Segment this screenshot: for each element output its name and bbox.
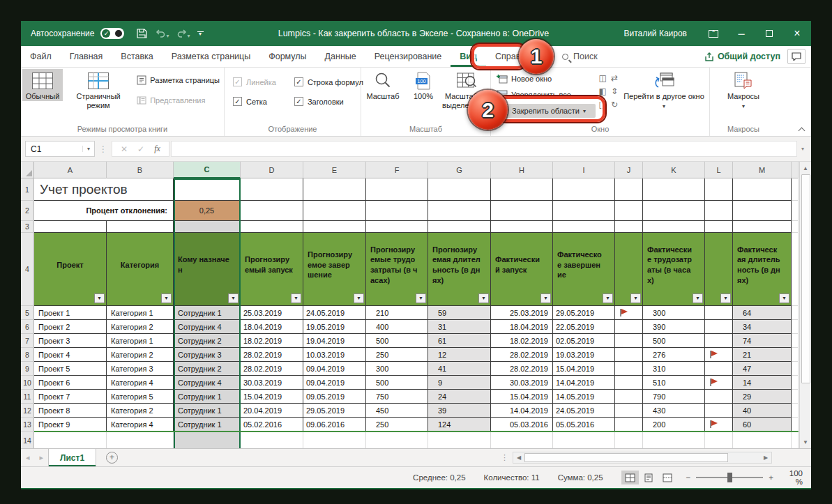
cell-J5[interactable] — [615, 306, 643, 320]
next-sheet-icon[interactable]: ▸ — [35, 453, 49, 462]
cell-A5[interactable]: Проект 1 — [34, 306, 107, 320]
ribbon-display-options-button[interactable]: ⌃ — [699, 21, 727, 46]
page-layout-toggle[interactable] — [640, 471, 658, 484]
column-header-H[interactable]: H — [491, 162, 553, 178]
reset-window-position-button[interactable]: ↻ — [611, 100, 618, 109]
cell-C12[interactable]: Сотрудник 1 — [174, 404, 241, 418]
cell-L1[interactable] — [705, 178, 733, 201]
cell-G12[interactable]: 39 — [428, 404, 491, 418]
view-side-by-side-button[interactable]: ⇄ — [611, 74, 618, 82]
cell-M12[interactable]: 40 — [733, 404, 792, 418]
page-layout-view-button[interactable]: Разметка страницы — [134, 73, 222, 87]
cell-F7[interactable]: 500 — [366, 334, 428, 348]
deviation-label-cell[interactable]: Процент отклонения: — [34, 201, 174, 221]
column-header-C[interactable]: C — [174, 162, 241, 178]
cell-G7[interactable]: 61 — [428, 334, 491, 348]
filter-dropdown-icon[interactable]: ▼ — [779, 293, 789, 303]
sheet-title-cell[interactable]: Учет проектов — [34, 178, 174, 201]
cell-A11[interactable]: Проект 7 — [34, 390, 107, 404]
share-button[interactable]: Общий доступ — [704, 52, 780, 61]
cell-J14[interactable] — [615, 432, 643, 448]
row-number-5[interactable]: 5 — [21, 306, 34, 320]
cell-K3[interactable] — [643, 221, 705, 233]
cell-D7[interactable]: 18.02.2019 — [241, 334, 303, 348]
cell-I9[interactable]: 15.04.2019 — [553, 362, 615, 376]
row-number-4[interactable]: 4 — [21, 233, 34, 306]
cell-F11[interactable]: 750 — [366, 390, 428, 404]
cell-I13[interactable]: 05.05.2016 — [553, 418, 615, 432]
page-break-view-button[interactable]: Страничный режим — [63, 69, 134, 109]
cell-F5[interactable]: 210 — [366, 306, 428, 320]
cell-G11[interactable]: 24 — [428, 390, 491, 404]
cell-K2[interactable] — [643, 201, 705, 221]
cell-K14[interactable] — [643, 432, 705, 448]
column-header-J[interactable]: J — [615, 162, 643, 178]
cell-L6[interactable] — [705, 320, 733, 334]
cell-G8[interactable]: 12 — [428, 348, 491, 362]
ribbon-tab-Данные[interactable]: Данные — [316, 46, 365, 67]
ribbon-tab-Вставка[interactable]: Вставка — [112, 46, 162, 67]
vertical-scrollbar[interactable]: ▲ ▼ — [799, 162, 811, 448]
prev-sheet-icon[interactable]: ◂ — [21, 453, 35, 462]
cell-B6[interactable]: Категория 2 — [107, 320, 174, 334]
cell-F6[interactable]: 400 — [366, 320, 428, 334]
cell-K7[interactable]: 500 — [643, 334, 705, 348]
table-header-C[interactable]: Кому назначен▼ — [174, 233, 241, 306]
cell-J3[interactable] — [615, 221, 643, 233]
scroll-right-icon[interactable]: ▶ — [760, 455, 771, 461]
cell-H5[interactable]: 25.03.2019 — [491, 306, 553, 320]
filter-dropdown-icon[interactable]: ▼ — [478, 293, 489, 303]
column-header-I[interactable]: I — [553, 162, 615, 178]
cell-K9[interactable]: 310 — [643, 362, 705, 376]
cell-E12[interactable]: 29.05.2019 — [303, 404, 366, 418]
enter-icon[interactable]: ✓ — [137, 144, 144, 154]
sheet-tab[interactable]: Лист1 — [48, 449, 96, 466]
cell-I3[interactable] — [553, 221, 615, 233]
filter-dropdown-icon[interactable]: ▼ — [720, 293, 731, 303]
cell-J2[interactable] — [615, 201, 643, 221]
custom-views-button[interactable]: Представления — [134, 93, 222, 107]
cell-E9[interactable]: 09.04.2019 — [303, 362, 366, 376]
cell-E11[interactable]: 09.05.2019 — [303, 390, 366, 404]
zoom-out-icon[interactable]: − — [686, 473, 691, 482]
close-button[interactable]: × — [783, 21, 811, 46]
filter-dropdown-icon[interactable]: ▼ — [693, 293, 703, 303]
cell-D6[interactable]: 18.04.2019 — [241, 320, 303, 334]
filter-dropdown-icon[interactable]: ▼ — [540, 293, 551, 303]
cell-M1[interactable] — [733, 178, 792, 201]
cell-E3[interactable] — [303, 221, 366, 233]
cell-G3[interactable] — [428, 221, 491, 233]
cell-J11[interactable] — [615, 390, 643, 404]
cell-H13[interactable]: 05.03.2016 — [491, 418, 553, 432]
zoom-button[interactable]: Масштаб — [363, 69, 403, 101]
column-header-F[interactable]: F — [366, 162, 428, 178]
expand-formula-bar-icon[interactable]: ▾ — [797, 146, 808, 152]
minimize-button[interactable]: ─ — [727, 21, 755, 46]
cell-E10[interactable]: 09.04.2019 — [303, 376, 366, 390]
cell-C9[interactable]: Сотрудник 2 — [174, 362, 241, 376]
name-box[interactable]: C1▾ — [25, 141, 95, 157]
cell-C8[interactable]: Сотрудник 3 — [174, 348, 241, 362]
filter-dropdown-icon[interactable]: ▼ — [603, 293, 613, 303]
cell-B9[interactable]: Категория 3 — [107, 362, 174, 376]
new-window-button[interactable]: Новое окно — [494, 72, 596, 86]
table-header-D[interactable]: Прогнозируемый запуск▼ — [241, 233, 303, 306]
horizontal-scroll-thumb[interactable] — [524, 453, 728, 462]
cell-J7[interactable] — [615, 334, 643, 348]
cell-L11[interactable] — [705, 390, 733, 404]
cell-C1[interactable] — [174, 178, 241, 201]
cell-F14[interactable] — [366, 432, 428, 448]
filter-dropdown-icon[interactable]: ▼ — [291, 293, 301, 303]
cell-B14[interactable] — [107, 432, 174, 448]
unhide-window-button[interactable]: ◨ — [599, 100, 607, 109]
cell-G2[interactable] — [428, 201, 491, 221]
cell-I11[interactable]: 14.05.2019 — [553, 390, 615, 404]
cell-L13[interactable] — [705, 418, 733, 432]
page-break-toggle[interactable] — [659, 471, 676, 484]
maximize-button[interactable] — [755, 21, 783, 46]
zoom-thumb[interactable] — [727, 473, 732, 482]
cell-I6[interactable]: 22.05.2019 — [553, 320, 615, 334]
cell-D10[interactable]: 30.03.2019 — [241, 376, 303, 390]
formula-input[interactable] — [171, 141, 797, 157]
cell-K8[interactable]: 276 — [643, 348, 705, 362]
